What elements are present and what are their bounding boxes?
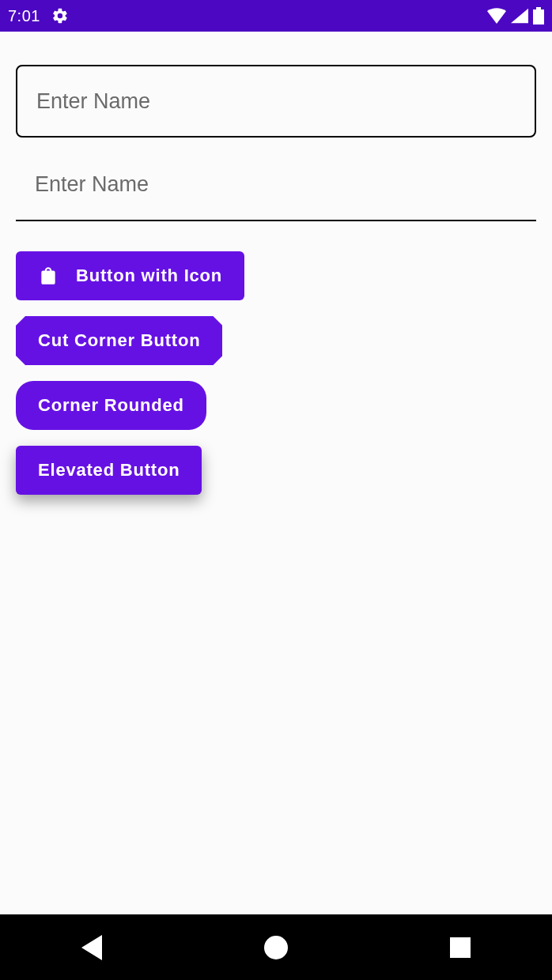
elevated-button-label: Elevated Button <box>38 460 180 481</box>
status-time: 7:01 <box>8 7 40 25</box>
elevated-button[interactable]: Elevated Button <box>16 446 202 495</box>
svg-rect-0 <box>536 7 541 9</box>
svg-rect-1 <box>533 9 544 24</box>
battery-icon <box>533 7 544 24</box>
button-with-icon-label: Button with Icon <box>76 266 222 286</box>
name-underline-input[interactable] <box>16 149 536 221</box>
wifi-icon <box>487 8 506 24</box>
button-with-icon[interactable]: Button with Icon <box>16 251 244 300</box>
device-frame: 7:01 B <box>0 0 552 980</box>
signal-icon <box>511 8 528 24</box>
status-bar: 7:01 <box>0 0 552 32</box>
cut-corner-button[interactable]: Cut Corner Button <box>16 316 222 365</box>
name-outlined-input[interactable] <box>16 65 536 138</box>
status-bar-right <box>487 7 544 24</box>
button-group: Button with Icon Cut Corner Button Corne… <box>16 236 536 495</box>
shopping-bag-icon <box>38 266 59 286</box>
gear-icon <box>51 7 69 24</box>
navigation-bar <box>0 914 552 980</box>
cut-corner-button-label: Cut Corner Button <box>38 330 200 351</box>
corner-rounded-button-label: Corner Rounded <box>38 395 184 416</box>
corner-rounded-button[interactable]: Corner Rounded <box>16 381 206 430</box>
nav-recent-icon[interactable] <box>450 937 471 958</box>
content-area: Button with Icon Cut Corner Button Corne… <box>0 32 552 914</box>
nav-home-icon[interactable] <box>264 936 288 959</box>
nav-back-icon[interactable] <box>81 935 102 960</box>
status-bar-left: 7:01 <box>8 7 69 25</box>
